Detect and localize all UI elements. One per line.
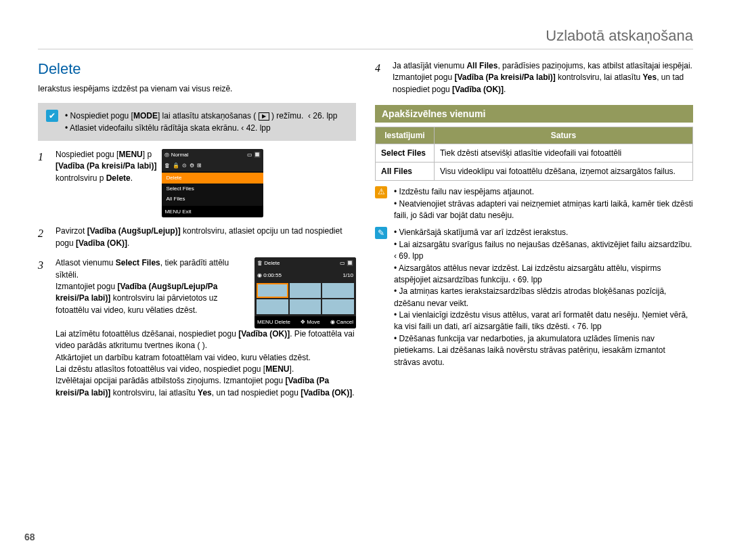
step-4: 4 Ja atlasījāt vienumu All Files, parādī… [375, 60, 693, 95]
step-number: 1 [38, 149, 49, 218]
check-icon: ✔ [46, 110, 58, 122]
play-mode-icon: ▶ [259, 112, 269, 121]
step-2: 2 Pavirzot [Vadība (Augšup/Lejup)] kontr… [38, 225, 356, 249]
chapter-title: Uzlabotā atskaņošana [38, 27, 693, 45]
intro-text: Ierakstus iespējams izdzēst pa vienam va… [38, 83, 356, 95]
info-icon: ✎ [375, 227, 387, 239]
step-number: 4 [375, 60, 386, 95]
page-number: 68 [24, 532, 35, 542]
warning-icon: ⚠ [375, 186, 387, 198]
lcd-screenshot-menu: ◎ Normal▭ 🔲 🗑🔒⊙⚙⊞ Delete Select Files Al… [162, 149, 263, 218]
divider [38, 49, 693, 49]
section-title: Delete [38, 60, 356, 78]
step-1: 1 Nospiediet pogu [MENU] p [Vadība (Pa k… [38, 149, 356, 218]
table-row: Select Files Tiek dzēsti atsevišķi atlas… [376, 144, 693, 163]
table-header-content: Saturs [434, 127, 692, 144]
step-3: 3 Atlasot vienumu Select Files, tiek par… [38, 257, 356, 399]
mode-note-list: Nospiediet pogu [MODE] lai atlasītu atsk… [65, 110, 337, 134]
warning-note: ⚠ Izdzēstu failu nav iespējams atjaunot.… [375, 186, 693, 221]
step-number: 3 [38, 257, 49, 399]
submenu-header: Apakšizvēlnes vienumi [375, 105, 693, 123]
table-header-settings: Iestatījumi [376, 127, 435, 144]
settings-table: Iestatījumi Saturs Select Files Tiek dzē… [375, 127, 693, 181]
lcd-screenshot-thumbnails: 🗑 Delete▭ 🔲 ◉ 0:00:551/10 MENU Delete✥ M… [254, 257, 356, 328]
mode-note-box: ✔ Nospiediet pogu [MODE] lai atlasītu at… [38, 103, 356, 141]
table-row: All Files Visu videoklipu vai fotoattēlu… [376, 163, 693, 181]
info-note: ✎ Vienkāršajā skatījumā var arī izdzēst … [375, 227, 693, 368]
step-number: 2 [38, 225, 49, 249]
